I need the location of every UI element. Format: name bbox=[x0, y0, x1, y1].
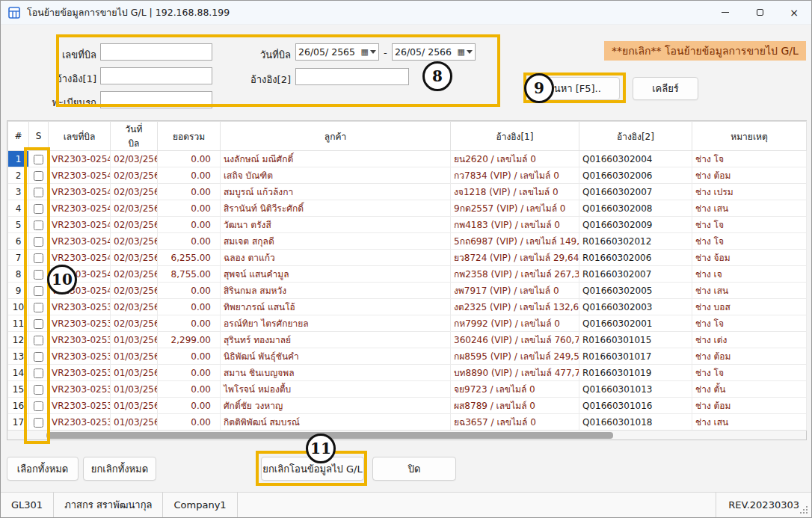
ref1-cell: งต2325 (VIP) / เลขไมล์ 132,681 bbox=[451, 299, 579, 315]
table-row[interactable]: 15VR2303-0253401/03/25660.00ไพโรจน์ หม่อ… bbox=[8, 381, 807, 398]
status-company: Company1 bbox=[163, 493, 237, 517]
row-select-checkbox[interactable] bbox=[34, 155, 43, 164]
resize-grip-icon[interactable] bbox=[800, 506, 809, 515]
total-cell: 0.00 bbox=[158, 200, 221, 217]
table-row[interactable]: 5VR2303-0254402/03/25660.00วัฒนา ตรังสีก… bbox=[8, 217, 807, 233]
total-cell: 0.00 bbox=[158, 414, 221, 431]
col-header-customer[interactable]: ลูกค้า bbox=[221, 122, 451, 151]
row-checkbox-cell[interactable] bbox=[29, 398, 49, 414]
col-header-ref1[interactable]: อ้างอิง[1] bbox=[451, 122, 579, 151]
table-row[interactable]: 4VR2303-0254502/03/25660.00สิรานันท์ นิต… bbox=[8, 200, 807, 217]
window-titlebar: โอนย้ายข้อมูลการขายไป G/L | 192.168.88.1… bbox=[1, 1, 811, 25]
row-checkbox-cell[interactable] bbox=[29, 266, 49, 283]
total-cell: 0.00 bbox=[158, 217, 221, 233]
row-select-checkbox[interactable] bbox=[34, 385, 43, 395]
table-row[interactable]: 3VR2303-0254602/03/25660.00สมบูรณ์ แก้วล… bbox=[8, 184, 807, 200]
horizontal-scrollbar[interactable] bbox=[7, 430, 806, 440]
note-cell: ช่าง ต้อม bbox=[692, 348, 807, 365]
row-checkbox-cell[interactable] bbox=[29, 250, 49, 266]
cancel-transfer-button[interactable]: ยกเลิกโอนข้อมูลไป G/L bbox=[261, 457, 364, 481]
row-select-checkbox[interactable] bbox=[34, 171, 43, 181]
bill-date-cell: 02/03/2566 bbox=[111, 283, 158, 299]
date-from-picker[interactable]: 26/05/ 2565 ▦ bbox=[295, 43, 379, 61]
row-select-checkbox[interactable] bbox=[34, 319, 43, 329]
row-select-checkbox[interactable] bbox=[34, 221, 43, 230]
table-row[interactable]: 13VR2303-0253601/03/25660.00นิธิพัฒน์ พั… bbox=[8, 348, 807, 365]
table-row[interactable]: 2VR2303-0254702/03/25660.00เสถิจ บัณฑิตก… bbox=[8, 167, 807, 184]
row-select-checkbox[interactable] bbox=[34, 270, 43, 280]
total-cell: 0.00 bbox=[158, 184, 221, 200]
scrollbar-thumb[interactable] bbox=[46, 432, 613, 439]
row-select-checkbox[interactable] bbox=[34, 369, 43, 378]
total-cell: 0.00 bbox=[158, 167, 221, 184]
row-select-checkbox[interactable] bbox=[34, 418, 43, 428]
close-button[interactable]: × bbox=[777, 1, 811, 24]
col-header-note[interactable]: หมายเหตุ bbox=[692, 122, 807, 151]
vehicle-reg-input[interactable] bbox=[100, 91, 212, 108]
col-header-total[interactable]: ยอดรวม bbox=[158, 122, 221, 151]
row-select-checkbox[interactable] bbox=[34, 401, 43, 411]
app-icon bbox=[8, 7, 20, 19]
ref2-cell: R01660301015 bbox=[579, 332, 692, 348]
chevron-down-icon bbox=[467, 50, 473, 54]
results-grid: # S เลขที่บิล วันที่ บิล ยอดรวม ลูกค้า อ… bbox=[7, 120, 807, 440]
bill-no-cell: VR2303-02545 bbox=[49, 200, 111, 217]
row-select-checkbox[interactable] bbox=[34, 336, 43, 345]
row-select-checkbox[interactable] bbox=[34, 303, 43, 312]
deselect-all-button[interactable]: ยกเลิกทั้งหมด bbox=[83, 457, 156, 481]
table-row[interactable]: 7VR2303-0254202/03/25666,255.00ฉลอง ตาแก… bbox=[8, 250, 807, 266]
row-select-checkbox[interactable] bbox=[34, 286, 43, 296]
row-checkbox-cell[interactable] bbox=[29, 167, 49, 184]
table-row[interactable]: 17VR2303-0253201/03/25660.00กิตติพิพัฒน์… bbox=[8, 414, 807, 431]
date-to-picker[interactable]: 26/05/ 2566 ▦ bbox=[392, 43, 476, 61]
row-checkbox-cell[interactable] bbox=[29, 283, 49, 299]
select-all-button[interactable]: เลือกทั้งหมด bbox=[7, 457, 79, 481]
col-header-bill-no[interactable]: เลขที่บิล bbox=[49, 122, 111, 151]
col-header-ref2[interactable]: อ้างอิง[2] bbox=[579, 122, 692, 151]
minimize-button[interactable] bbox=[708, 1, 742, 24]
row-checkbox-cell[interactable] bbox=[29, 233, 49, 250]
bill-no-input[interactable] bbox=[100, 43, 212, 61]
table-row[interactable]: 16VR2303-0253301/03/25660.00ศักดิ์ชัย วง… bbox=[8, 398, 807, 414]
col-header-index[interactable]: # bbox=[8, 122, 29, 151]
row-select-checkbox[interactable] bbox=[34, 188, 43, 197]
customer-cell: อรณ์ทิยา ไตรศักยายล bbox=[221, 315, 451, 332]
row-checkbox-cell[interactable] bbox=[29, 381, 49, 398]
customer-cell: สมาน ชินเบญจพล bbox=[221, 365, 451, 381]
search-button[interactable]: ค้นหา [F5].. bbox=[529, 77, 620, 100]
cancel-mode-banner: **ยกเลิก** โอนย้ายข้อมูลการขายไป G/L bbox=[604, 41, 806, 61]
row-checkbox-cell[interactable] bbox=[29, 184, 49, 200]
ref2-input[interactable] bbox=[295, 68, 409, 85]
row-checkbox-cell[interactable] bbox=[29, 348, 49, 365]
table-row[interactable]: 1VR2303-0254802/03/25660.00นงลักษณ์ มณีศ… bbox=[8, 151, 807, 167]
clear-button[interactable]: เคลียร์ bbox=[633, 77, 698, 100]
row-checkbox-cell[interactable] bbox=[29, 217, 49, 233]
header-row: # S เลขที่บิล วันที่ บิล ยอดรวม ลูกค้า อ… bbox=[8, 122, 807, 151]
ref1-cell: ยฉ3657 / เลขไมล์ 0 bbox=[451, 414, 579, 431]
table-row[interactable]: 10VR2303-0253902/03/25660.00ทิพยาภรณ์ แส… bbox=[8, 299, 807, 315]
col-header-bill-date[interactable]: วันที่ บิล bbox=[111, 122, 158, 151]
table-row[interactable]: 9VR2303-0254002/03/25660.00สิรินกมล สมหว… bbox=[8, 283, 807, 299]
row-checkbox-cell[interactable] bbox=[29, 299, 49, 315]
table-row[interactable]: 8VR2303-0254102/03/25668,755.00สุพจน์ แส… bbox=[8, 266, 807, 283]
row-select-checkbox[interactable] bbox=[34, 204, 43, 214]
table-row[interactable]: 11VR2303-0253802/03/25660.00อรณ์ทิยา ไตร… bbox=[8, 315, 807, 332]
maximize-button[interactable] bbox=[742, 1, 777, 24]
col-header-select[interactable]: S bbox=[29, 122, 49, 151]
ref2-cell: Q01660302009 bbox=[579, 217, 692, 233]
row-checkbox-cell[interactable] bbox=[29, 200, 49, 217]
row-select-checkbox[interactable] bbox=[34, 237, 43, 247]
row-select-checkbox[interactable] bbox=[34, 253, 43, 263]
bill-no-cell: VR2303-02547 bbox=[49, 167, 111, 184]
row-select-checkbox[interactable] bbox=[34, 352, 43, 362]
row-checkbox-cell[interactable] bbox=[29, 315, 49, 332]
close-form-button[interactable]: ปิด bbox=[372, 457, 456, 481]
table-row[interactable]: 14VR2303-0253501/03/25660.00สมาน ชินเบญจ… bbox=[8, 365, 807, 381]
row-checkbox-cell[interactable] bbox=[29, 414, 49, 431]
table-row[interactable]: 12VR2303-0253701/03/25662,299.00สุรินทร์… bbox=[8, 332, 807, 348]
ref1-input[interactable] bbox=[100, 67, 212, 84]
row-checkbox-cell[interactable] bbox=[29, 365, 49, 381]
row-checkbox-cell[interactable] bbox=[29, 151, 49, 167]
table-row[interactable]: 6VR2303-0254302/03/25660.00สมเจต สกุลดี5… bbox=[8, 233, 807, 250]
row-checkbox-cell[interactable] bbox=[29, 332, 49, 348]
